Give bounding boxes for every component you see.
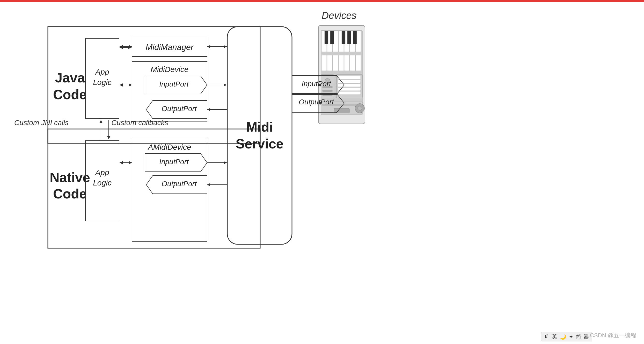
svg-marker-70 [129, 161, 132, 164]
svg-rect-10 [330, 31, 334, 44]
midi-service-label: Midi [246, 119, 273, 134]
midi-manager-label: MidiManager [146, 42, 194, 52]
svg-marker-59 [129, 83, 132, 87]
svg-rect-15 [327, 55, 332, 71]
svg-rect-20 [356, 55, 361, 71]
svg-rect-48 [227, 27, 292, 244]
devices-label: Devices [321, 10, 356, 21]
svg-rect-34 [334, 108, 349, 113]
svg-point-36 [358, 106, 362, 110]
input-port-service-label: InputPort [302, 80, 331, 88]
svg-marker-64 [207, 108, 210, 111]
input-port-2-label: InputPort [159, 158, 189, 166]
svg-rect-13 [353, 31, 357, 44]
svg-marker-81 [224, 45, 227, 48]
svg-rect-27 [338, 76, 361, 79]
diagram-container: Devices [0, 2, 644, 344]
svg-marker-82 [207, 45, 210, 48]
midi-device-label: MidiDevice [151, 65, 189, 74]
taskbar-item-5[interactable]: 简 [576, 333, 581, 340]
svg-rect-14 [321, 55, 327, 71]
native-code-label2: Code [53, 186, 87, 201]
taskbar-item-1[interactable]: 🗓 [544, 334, 550, 340]
taskbar-item-2[interactable]: 英 [552, 333, 557, 340]
svg-rect-17 [339, 55, 344, 71]
input-port-1-label: InputPort [159, 80, 189, 88]
svg-rect-24 [322, 90, 333, 92]
svg-rect-12 [347, 31, 351, 44]
svg-marker-73 [224, 161, 227, 164]
output-port-1-label: OutputPort [162, 105, 197, 113]
svg-rect-16 [333, 55, 338, 71]
app-logic-2-label: App [95, 168, 109, 177]
svg-rect-19 [350, 55, 355, 71]
custom-jni-label: Custom JNI calls [14, 119, 69, 127]
keyboard-device [318, 25, 365, 124]
taskbar-item-3[interactable]: 🌙 [560, 334, 566, 340]
native-code-label: Native [50, 170, 90, 185]
taskbar-item-6[interactable]: 器 [584, 333, 589, 340]
svg-marker-75 [207, 183, 210, 186]
svg-marker-68 [107, 136, 110, 139]
svg-marker-62 [224, 83, 227, 87]
svg-rect-18 [344, 55, 349, 71]
custom-callbacks-label: Custom callbacks [111, 119, 168, 127]
app-logic-2-label2: Logic [93, 178, 112, 187]
svg-rect-11 [342, 31, 345, 44]
watermark: CSDN @五一编程 [590, 332, 636, 339]
app-logic-1-label2: Logic [93, 78, 112, 87]
taskbar-item-4[interactable]: ✦ [569, 334, 573, 340]
svg-marker-66 [99, 120, 103, 123]
output-port-2-label: OutputPort [162, 180, 197, 188]
taskbar[interactable]: 🗓 英 🌙 ✦ 简 器 [541, 332, 592, 341]
amidi-device-label: AMidiDevice [148, 143, 191, 151]
svg-rect-31 [338, 91, 361, 95]
midi-service-label2: Service [236, 136, 283, 151]
svg-marker-60 [120, 83, 123, 87]
java-code-label2: Code [53, 87, 87, 102]
output-port-service-label: OutputPort [299, 98, 334, 106]
java-code-label: Java [55, 70, 85, 85]
svg-rect-9 [325, 31, 328, 44]
svg-marker-71 [120, 161, 123, 164]
top-bar [0, 0, 644, 2]
app-logic-1-label: App [95, 68, 109, 76]
